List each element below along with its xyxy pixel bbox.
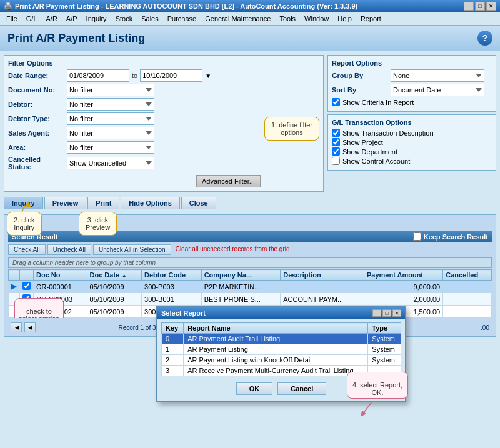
group-by-row: Group By None — [332, 69, 492, 82]
define-filter-callout: 1. define filter options — [264, 117, 319, 141]
cancelled-row: Cancelled Status: Show Uncancelled — [8, 156, 261, 171]
area-select[interactable]: No filter — [67, 141, 154, 154]
dialog-row[interactable]: 0 AR Payment Audit Trail Listing System — [162, 334, 401, 344]
show-criteria-checkbox[interactable] — [332, 98, 340, 106]
dialog-row[interactable]: 2 AR Payment Listing with KnockOff Detai… — [162, 355, 401, 366]
col-payment-amount[interactable]: Payment Amount — [364, 270, 442, 281]
dialog-close-button[interactable]: ✕ — [392, 309, 401, 317]
search-result-label: Search Result — [12, 233, 58, 241]
sort-by-select[interactable]: Document Date — [391, 84, 484, 96]
page-header: Print A/R Payment Listing ? — [0, 26, 500, 51]
col-doc-date[interactable]: Doc Date ▲ — [87, 270, 142, 281]
row-cancelled — [443, 293, 492, 306]
advanced-filter-button[interactable]: Advanced Filter... — [196, 175, 261, 187]
show-project-checkbox[interactable] — [332, 138, 340, 146]
nav-first-button[interactable]: |◀ — [11, 322, 22, 332]
clear-unchecked-link[interactable]: Clear all unchecked records from the gri… — [173, 244, 292, 255]
search-result-bar: Search Result Keep Search Result — [8, 231, 492, 242]
row-doc-no: OR-B00003 — [34, 293, 88, 306]
print-button[interactable]: Print — [88, 197, 119, 209]
close-button-toolbar[interactable]: Close — [181, 197, 216, 209]
row-debtor-code: 300-B001 — [142, 293, 202, 306]
dialog-title-bar: Select Report _ □ ✕ — [158, 307, 405, 319]
col-debtor-code[interactable]: Debtor Code — [142, 270, 202, 281]
date-to-input[interactable] — [140, 69, 202, 82]
show-control-account-checkbox[interactable] — [332, 157, 340, 165]
check-all-button[interactable]: Check All — [8, 244, 46, 255]
select-report-dialog: Select Report _ □ ✕ Key Report Name Type — [156, 306, 406, 402]
debtor-type-label: Debtor Type: — [8, 115, 64, 122]
row-doc-no: OR-000001 — [34, 281, 88, 293]
preview-button[interactable]: Preview — [44, 197, 87, 209]
row-checkbox-cell — [20, 306, 34, 318]
menu-inquiry[interactable]: Inquiry — [82, 14, 111, 24]
menu-gl[interactable]: G/L — [22, 14, 41, 24]
menu-help[interactable]: Help — [334, 14, 356, 24]
debtor-type-select[interactable]: No filter — [67, 112, 154, 125]
date-from-input[interactable] — [67, 69, 129, 82]
dialog-content: Key Report Name Type 0 AR Payment Audit … — [158, 319, 405, 401]
col-description[interactable]: Description — [281, 270, 364, 281]
window-title: Print A/R Payment Listing - LEARNING AUT… — [15, 2, 358, 10]
show-project-label: Show Project — [342, 139, 383, 146]
show-transaction-desc-checkbox[interactable] — [332, 129, 340, 137]
group-by-select[interactable]: None — [391, 69, 484, 82]
menu-report[interactable]: Report — [357, 14, 385, 24]
menu-ar[interactable]: A/R — [42, 14, 61, 24]
define-filter-text: 1. define filter options — [271, 121, 312, 136]
col-doc-no[interactable]: Doc No — [34, 270, 88, 281]
dialog-maximize-button[interactable]: □ — [382, 309, 391, 317]
keep-search-result-checkbox[interactable] — [413, 232, 421, 241]
menu-sales[interactable]: Sales — [138, 14, 162, 24]
sales-agent-select[interactable]: No filter — [67, 127, 154, 139]
maximize-button[interactable]: □ — [475, 2, 485, 11]
dialog-cancel-button[interactable]: Cancel — [278, 382, 326, 395]
gl-option-0: Show Transaction Description — [332, 129, 492, 137]
cancelled-select[interactable]: Show Uncancelled — [67, 157, 154, 169]
to-label: to — [132, 72, 138, 79]
doc-no-label: Document No: — [8, 86, 64, 94]
menu-stock[interactable]: Stock — [112, 14, 137, 24]
dialog-minimize-button[interactable]: _ — [372, 309, 381, 317]
date-to-dropdown-icon[interactable]: ▼ — [205, 72, 211, 79]
debtor-row: Debtor: No filter — [8, 98, 261, 111]
show-transaction-desc-label: Show Transaction Description — [342, 129, 434, 137]
uncheck-selection-button[interactable]: Uncheck All in Selection — [93, 244, 171, 255]
hide-options-button[interactable]: Hide Options — [121, 197, 179, 209]
dialog-report-name: AR Payment Listing with KnockOff Detail — [184, 355, 368, 366]
debtor-select[interactable]: No filter — [67, 98, 154, 111]
row-checkbox-0[interactable] — [22, 282, 31, 290]
minimize-button[interactable]: _ — [464, 2, 474, 11]
dialog-row[interactable]: 3 AR Receive Payment Multi-Currency Audi… — [162, 366, 401, 376]
row-checkbox-2[interactable] — [22, 307, 31, 315]
row-indicator — [9, 293, 20, 306]
menu-purchase[interactable]: Purchase — [164, 14, 201, 24]
uncheck-all-button[interactable]: Uncheck All — [48, 244, 91, 255]
menu-general-maintenance[interactable]: General Maintenance — [201, 14, 274, 24]
row-description — [281, 281, 364, 293]
result-tab[interactable]: Result — [8, 217, 41, 229]
menu-tools[interactable]: Tools — [276, 14, 299, 24]
close-button[interactable]: ✕ — [486, 2, 496, 11]
menu-ap[interactable]: A/P — [62, 14, 81, 24]
col-company[interactable]: Company Na... — [201, 270, 281, 281]
show-department-checkbox[interactable] — [332, 147, 340, 156]
dialog-ok-button[interactable]: OK — [236, 382, 273, 395]
area-row: Area: No filter — [8, 141, 261, 154]
help-button[interactable]: ? — [478, 31, 492, 46]
dialog-col-type: Type — [368, 323, 401, 334]
nav-prev-button[interactable]: ◀ — [24, 322, 36, 332]
doc-no-select[interactable]: No filter — [67, 84, 154, 96]
menu-file[interactable]: File — [2, 14, 21, 24]
dialog-row[interactable]: 1 AR Payment Listing System — [162, 344, 401, 355]
menu-window[interactable]: Window — [301, 14, 332, 24]
sales-agent-label: Sales Agent: — [8, 129, 64, 137]
row-doc-date: 05/10/2009 — [87, 306, 142, 318]
row-checkbox-1[interactable] — [22, 294, 31, 302]
sort-by-label: Sort By — [332, 86, 388, 94]
col-checkbox — [20, 270, 34, 281]
col-cancelled[interactable]: Cancelled — [443, 270, 492, 281]
keep-search-result-label: Keep Search Result — [424, 233, 488, 241]
dialog-type: System — [368, 355, 401, 366]
inquiry-button[interactable]: Inquiry — [4, 197, 43, 209]
